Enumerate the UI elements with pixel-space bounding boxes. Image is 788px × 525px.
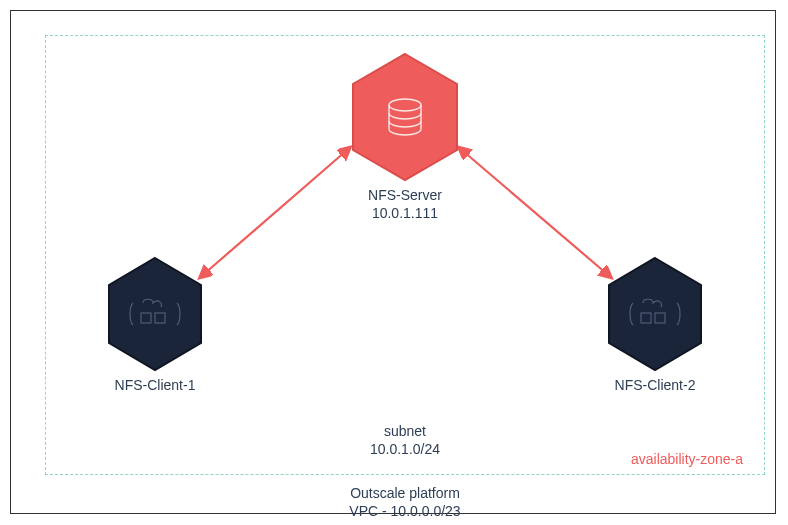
nfs-server-label: NFS-Server 10.0.1.111: [347, 187, 463, 222]
client1-name: NFS-Client-1: [115, 377, 196, 393]
client2-name: NFS-Client-2: [615, 377, 696, 393]
nfs-client-2-node: NFS-Client-2: [603, 255, 707, 395]
nfs-client-1-node: NFS-Client-1: [103, 255, 207, 395]
server-ip: 10.0.1.111: [372, 205, 438, 221]
subnet-cidr: 10.0.1.0/24: [370, 441, 440, 457]
client-hexagon-icon: [603, 255, 707, 373]
diagram-frame: NFS-Server 10.0.1.111 NFS-Client-1: [10, 10, 776, 514]
nfs-client-2-label: NFS-Client-2: [603, 377, 707, 395]
nfs-server-node: NFS-Server 10.0.1.111: [347, 51, 463, 222]
server-name: NFS-Server: [368, 187, 442, 203]
subnet-text: subnet: [384, 423, 426, 439]
server-hexagon-icon: [347, 51, 463, 183]
client-hexagon-icon: [103, 255, 207, 373]
vpc-text: VPC - 10.0.0.0/23: [349, 503, 460, 519]
nfs-client-1-label: NFS-Client-1: [103, 377, 207, 395]
subnet-label: subnet 10.0.1.0/24: [305, 423, 505, 458]
platform-text: Outscale platform: [350, 485, 460, 501]
svg-line-1: [463, 151, 607, 274]
platform-label: Outscale platform VPC - 10.0.0.0/23: [255, 485, 555, 520]
availability-zone-label: availability-zone-a: [631, 451, 743, 467]
az-text: availability-zone-a: [631, 451, 743, 467]
